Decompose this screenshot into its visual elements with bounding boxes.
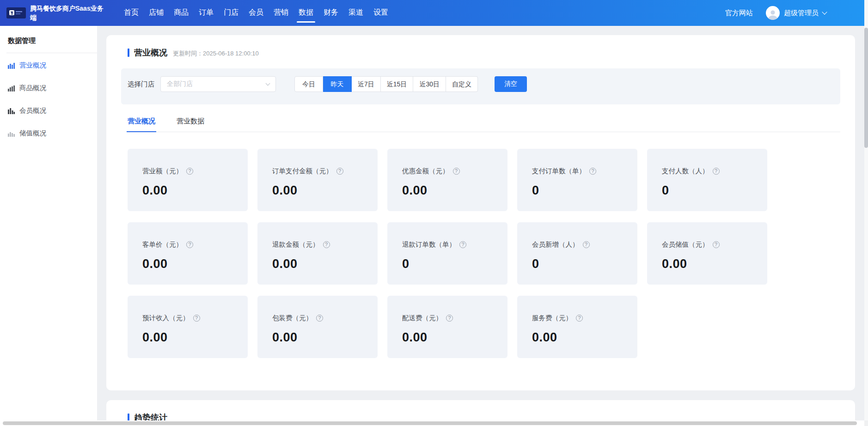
official-site-link[interactable]: 官方网站 bbox=[725, 9, 753, 18]
nav-item-settings[interactable]: 设置 bbox=[368, 0, 393, 26]
help-icon[interactable] bbox=[446, 315, 453, 322]
app-logo-icon bbox=[6, 7, 26, 18]
stat-value: 0 bbox=[532, 183, 631, 198]
range-button-30days[interactable]: 近30日 bbox=[413, 76, 446, 92]
sidebar-item-label: 储值概况 bbox=[19, 129, 46, 138]
clear-button[interactable]: 清空 bbox=[495, 76, 527, 92]
header-right: 官方网站 超级管理员 bbox=[725, 6, 864, 20]
nav-item-marketing[interactable]: 营销 bbox=[269, 0, 293, 26]
stat-label: 退款金额（元） bbox=[272, 240, 319, 249]
sidebar-title: 数据管理 bbox=[0, 26, 97, 53]
nav-item-finance[interactable]: 财务 bbox=[318, 0, 343, 26]
trend-statistics-panel: 趋势统计 bbox=[106, 400, 855, 423]
update-time: 更新时间：2025-06-18 12:00:10 bbox=[173, 48, 259, 58]
help-icon[interactable] bbox=[323, 241, 330, 248]
nav-item-channels[interactable]: 渠道 bbox=[343, 0, 368, 26]
range-button-today[interactable]: 今日 bbox=[294, 76, 323, 92]
bar-chart-icon bbox=[8, 130, 15, 137]
sidebar-item-label: 营业概况 bbox=[19, 61, 46, 70]
stat-card-avg-order-value: 客单价（元） 0.00 bbox=[128, 222, 248, 285]
app-title: 腾马餐饮多商户Saas业务端 bbox=[30, 4, 109, 23]
stat-value: 0.00 bbox=[402, 183, 501, 198]
help-icon[interactable] bbox=[453, 168, 460, 175]
section-header: 营业概况 更新时间：2025-06-18 12:00:10 bbox=[106, 35, 855, 58]
chevron-down-icon bbox=[266, 81, 270, 86]
stat-value: 0 bbox=[402, 257, 501, 271]
username: 超级管理员 bbox=[784, 9, 819, 18]
vertical-scrollbar bbox=[864, 0, 868, 420]
sidebar-divider bbox=[6, 53, 97, 53]
vertical-scrollbar-thumb[interactable] bbox=[864, 28, 868, 148]
store-select-placeholder: 全部门店 bbox=[167, 80, 193, 88]
bar-chart-icon bbox=[8, 62, 15, 69]
stat-value: 0.00 bbox=[272, 257, 371, 271]
nav-item-members[interactable]: 会员 bbox=[244, 0, 269, 26]
nav-item-stores[interactable]: 门店 bbox=[219, 0, 244, 26]
logo-glyph-icon bbox=[8, 9, 24, 17]
stat-card-refund-amount: 退款金额（元） 0.00 bbox=[257, 222, 378, 285]
help-icon[interactable] bbox=[316, 315, 323, 322]
sidebar-item-stored-value-overview[interactable]: 储值概况 bbox=[0, 123, 97, 144]
stat-card-expected-income: 预计收入（元） 0.00 bbox=[128, 296, 248, 358]
help-icon[interactable] bbox=[459, 241, 466, 248]
overview-tabs: 营业概况 营业数据 bbox=[128, 117, 840, 132]
help-icon[interactable] bbox=[589, 168, 596, 175]
stat-label: 会员储值（元） bbox=[662, 240, 709, 249]
help-icon[interactable] bbox=[583, 241, 590, 248]
scrollbar-corner bbox=[864, 420, 868, 426]
chevron-down-icon bbox=[822, 9, 827, 14]
top-header: 腾马餐饮多商户Saas业务端 首页 店铺 商品 订单 门店 会员 营销 数据 财… bbox=[0, 0, 864, 26]
range-button-custom[interactable]: 自定义 bbox=[446, 76, 478, 92]
help-icon[interactable] bbox=[713, 241, 720, 248]
nav-item-data[interactable]: 数据 bbox=[293, 0, 318, 26]
tab-business-overview[interactable]: 营业概况 bbox=[128, 117, 155, 132]
stat-card-order-paid-amount: 订单支付金额（元） 0.00 bbox=[257, 149, 378, 211]
user-menu[interactable]: 超级管理员 bbox=[766, 6, 826, 20]
bar-chart-icon bbox=[8, 85, 15, 91]
range-button-7days[interactable]: 近7日 bbox=[352, 76, 381, 92]
stat-label: 订单支付金额（元） bbox=[272, 167, 333, 176]
help-icon[interactable] bbox=[576, 315, 583, 322]
stat-label: 配送费（元） bbox=[402, 314, 442, 323]
stat-label: 支付订单数（单） bbox=[532, 167, 586, 176]
stat-value: 0.00 bbox=[142, 183, 241, 198]
stat-value: 0.00 bbox=[402, 330, 501, 345]
page-title: 营业概况 bbox=[134, 47, 167, 58]
stat-card-paying-users: 支付人数（人） 0 bbox=[647, 149, 767, 211]
business-overview-panel: 营业概况 更新时间：2025-06-18 12:00:10 选择门店 全部门店 … bbox=[106, 35, 855, 390]
nav-item-goods[interactable]: 商品 bbox=[169, 0, 194, 26]
stat-value: 0.00 bbox=[142, 257, 241, 271]
range-button-yesterday[interactable]: 昨天 bbox=[323, 76, 352, 92]
stat-label: 营业额（元） bbox=[142, 167, 183, 176]
store-select[interactable]: 全部门店 bbox=[160, 76, 276, 92]
sidebar-item-business-overview[interactable]: 营业概况 bbox=[0, 55, 97, 76]
user-icon bbox=[767, 9, 779, 20]
nav-item-home[interactable]: 首页 bbox=[119, 0, 144, 26]
sidebar-item-goods-overview[interactable]: 商品概况 bbox=[0, 78, 97, 98]
stat-value: 0.00 bbox=[532, 330, 631, 345]
stat-value: 0.00 bbox=[272, 183, 371, 198]
bar-chart-icon bbox=[8, 108, 15, 114]
store-select-label: 选择门店 bbox=[128, 80, 154, 89]
help-icon[interactable] bbox=[193, 315, 200, 322]
help-icon[interactable] bbox=[186, 241, 193, 248]
range-button-15days[interactable]: 近15日 bbox=[381, 76, 414, 92]
help-icon[interactable] bbox=[186, 168, 193, 175]
stat-value: 0 bbox=[662, 183, 761, 198]
tab-business-data[interactable]: 营业数据 bbox=[177, 117, 204, 132]
stat-label: 优惠金额（元） bbox=[402, 167, 449, 176]
sidebar-item-member-overview[interactable]: 会员概况 bbox=[0, 100, 97, 121]
nav-item-orders[interactable]: 订单 bbox=[194, 0, 219, 26]
stat-card-delivery-fee: 配送费（元） 0.00 bbox=[387, 296, 507, 358]
stat-value: 0.00 bbox=[662, 257, 761, 271]
stat-label: 预计收入（元） bbox=[142, 314, 189, 323]
stat-card-member-stored-value: 会员储值（元） 0.00 bbox=[647, 222, 767, 285]
nav-item-shop[interactable]: 店铺 bbox=[144, 0, 169, 26]
horizontal-scrollbar-thumb[interactable] bbox=[3, 421, 857, 425]
stat-label: 客单价（元） bbox=[142, 240, 183, 249]
sidebar-item-label: 会员概况 bbox=[19, 106, 46, 115]
help-icon[interactable] bbox=[336, 168, 343, 175]
filter-bar: 选择门店 全部门店 今日 昨天 近7日 近15日 近30日 自定义 清空 bbox=[121, 68, 840, 104]
help-icon[interactable] bbox=[713, 168, 720, 175]
main-nav: 首页 店铺 商品 订单 门店 会员 营销 数据 财务 渠道 设置 bbox=[119, 0, 393, 26]
